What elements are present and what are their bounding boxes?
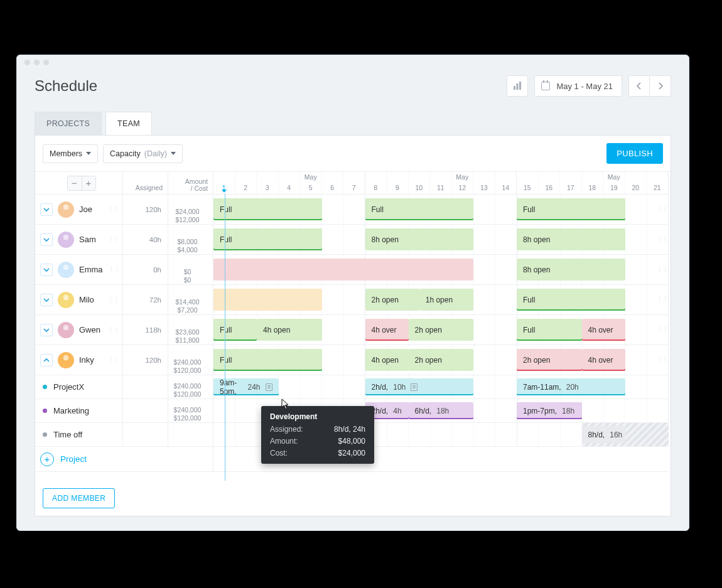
bar-chart-button[interactable] <box>507 75 528 97</box>
tab-team[interactable]: TEAM <box>105 112 152 135</box>
amount-cost: $23,600$11,800 <box>168 315 213 345</box>
expand-all-button[interactable]: + <box>82 176 95 190</box>
drag-handle-icon[interactable]: ⋮⋮ <box>107 359 119 361</box>
capacity-bar[interactable]: 8h/d, 16h <box>582 426 625 443</box>
capacity-bar[interactable]: 8h open <box>517 259 625 281</box>
collapse-all-button[interactable]: − <box>68 176 82 190</box>
capacity-bar[interactable]: 8h open <box>517 228 625 250</box>
window-dot[interactable] <box>43 60 49 65</box>
expand-member-button[interactable] <box>40 264 53 276</box>
bar-label: 2h open <box>415 326 442 334</box>
member-name-cell: Emma ⋮⋮ <box>35 255 123 285</box>
capacity-bar[interactable]: 1pm-7pm, 18h <box>517 402 582 419</box>
member-timeline[interactable]: Full4h open4h over2h openFull4h over⋮⋮ <box>213 315 669 345</box>
day-header: 9 <box>387 172 409 195</box>
capacity-bar[interactable]: 4h over <box>582 319 625 341</box>
date-range-label: May 1 - May 21 <box>556 82 613 91</box>
day-header: 4 <box>279 172 301 195</box>
capacity-bar[interactable]: Full <box>365 198 474 220</box>
capacity-bar[interactable]: 7am-11am, 20h <box>517 378 625 395</box>
capacity-bar[interactable]: Full <box>517 289 625 311</box>
project-name-cell: ProjectX <box>35 375 123 399</box>
drag-handle-icon[interactable]: ⋮⋮ <box>107 238 119 241</box>
capacity-bar[interactable]: Full <box>517 319 582 341</box>
bar-label: 18h <box>436 407 449 415</box>
capacity-bar[interactable]: 2h open <box>365 289 419 311</box>
capacity-bar[interactable]: 6h/d, 18h <box>409 402 474 419</box>
expand-member-button[interactable] <box>40 203 53 216</box>
bar-label: Full <box>523 326 535 334</box>
day-number: 21 <box>654 175 661 191</box>
expand-all-toggle[interactable]: − + <box>67 176 96 191</box>
row-menu-icon[interactable]: ⋮⋮ <box>656 345 667 375</box>
tab-projects[interactable]: PROJECTS <box>35 112 102 135</box>
member-timeline[interactable]: Full8h open8h open⋮⋮ <box>213 225 669 255</box>
drag-handle-icon[interactable]: ⋮⋮ <box>108 269 119 271</box>
drag-handle-icon[interactable]: ⋮⋮ <box>107 208 119 211</box>
prev-range-button[interactable] <box>628 75 650 97</box>
day-header: 7 <box>343 172 365 195</box>
capacity-bar[interactable] <box>213 259 473 281</box>
capacity-bar[interactable]: 4h over <box>365 319 409 341</box>
bar-label: Full <box>372 205 384 214</box>
capacity-bar[interactable]: Full <box>213 228 322 250</box>
add-member-button[interactable]: ADD MEMBER <box>43 488 115 508</box>
drag-handle-icon[interactable]: ⋮⋮ <box>107 299 119 301</box>
capacity-bar[interactable]: 1h open <box>419 289 473 311</box>
capacity-bar[interactable] <box>213 289 322 311</box>
capacity-bar[interactable]: 2h open <box>409 349 474 371</box>
member-timeline[interactable]: FullFullFull⋮⋮ <box>213 195 669 225</box>
month-label: May <box>304 173 317 181</box>
bar-label: 8h open <box>372 235 399 244</box>
member-timeline[interactable]: Full4h open2h open2h open4h over⋮⋮ <box>213 345 669 375</box>
expand-member-button[interactable] <box>40 294 53 306</box>
project-timeline[interactable]: 9am-5pm, 24h2h/d, 10h7am-11am, 20h <box>213 375 669 399</box>
day-header: 14 <box>495 172 517 195</box>
add-project-cell[interactable]: + Project <box>35 447 213 472</box>
amount-cost: $0$0 <box>168 255 213 285</box>
members-filter-dropdown[interactable]: Members <box>43 144 98 163</box>
expand-member-button[interactable] <box>40 324 53 336</box>
row-menu-icon[interactable]: ⋮⋮ <box>656 255 667 284</box>
expand-member-button[interactable] <box>40 354 53 366</box>
capacity-bar[interactable]: 2h open <box>409 319 474 341</box>
assigned-header: Assigned <box>123 172 168 195</box>
capacity-bar[interactable]: 2h/d, 10h <box>365 378 474 395</box>
member-name-cell: Sam ⋮⋮ <box>35 225 123 255</box>
row-menu-icon[interactable]: ⋮⋮ <box>656 285 667 314</box>
row-menu-icon[interactable]: ⋮⋮ <box>656 195 667 224</box>
assigned-hours: 120h <box>123 345 168 375</box>
day-number: 16 <box>545 175 552 191</box>
capacity-bar[interactable]: 4h over <box>582 349 625 371</box>
bar-label: Full <box>220 326 232 334</box>
capacity-filter-dropdown[interactable]: Capacity (Daily) <box>103 144 183 163</box>
expand-member-button[interactable] <box>40 233 53 246</box>
day-number: 14 <box>502 175 509 191</box>
next-range-button[interactable] <box>650 75 671 97</box>
publish-button[interactable]: PUBLISH <box>606 143 663 164</box>
capacity-bar[interactable]: 2h open <box>517 349 582 371</box>
window-dot[interactable] <box>24 60 30 65</box>
capacity-bar[interactable]: Full <box>213 198 322 220</box>
assignment-tooltip: Development Assigned:8h/d, 24h Amount:$4… <box>261 406 374 464</box>
capacity-bar[interactable]: 4h open <box>365 349 409 371</box>
capacity-bar[interactable]: 9am-5pm, 24h <box>213 378 279 395</box>
capacity-bar[interactable]: Full <box>213 319 257 341</box>
bar-label: 2h open <box>372 296 399 304</box>
day-header: May 12 <box>452 172 474 195</box>
bar-label: 8h open <box>523 265 550 274</box>
row-menu-icon[interactable]: ⋮⋮ <box>656 225 667 254</box>
amount-cost <box>168 423 213 447</box>
row-menu-icon[interactable]: ⋮⋮ <box>656 315 667 345</box>
capacity-bar[interactable]: Full <box>213 349 322 371</box>
capacity-bar[interactable]: Full <box>517 198 625 220</box>
capacity-bar[interactable]: 8h open <box>365 228 474 250</box>
member-timeline[interactable]: 2h open1h openFull⋮⋮ <box>213 285 669 315</box>
capacity-bar[interactable]: 4h open <box>257 319 322 341</box>
members-filter-label: Members <box>50 149 82 158</box>
drag-handle-icon[interactable]: ⋮⋮ <box>107 329 119 331</box>
member-timeline[interactable]: 8h open⋮⋮ <box>213 255 669 285</box>
date-range-picker[interactable]: May 1 - May 21 <box>534 75 622 97</box>
window-dot[interactable] <box>34 60 40 65</box>
member-name: Gwen <box>79 325 100 334</box>
